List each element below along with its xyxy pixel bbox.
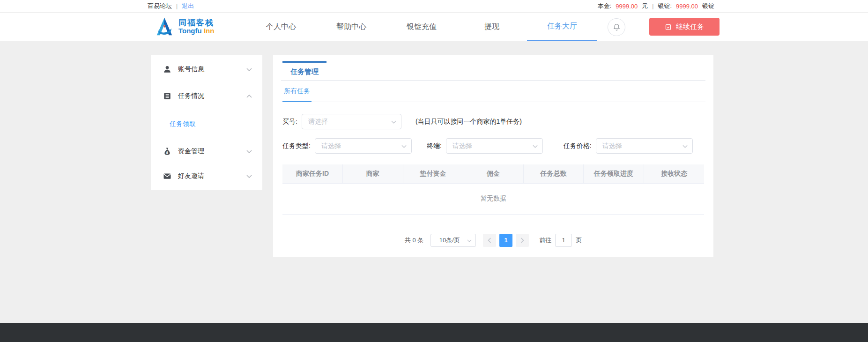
table-empty-row: 暂无数据	[282, 183, 704, 214]
sidebar-item-funds-management[interactable]: $ 资金管理	[151, 139, 262, 164]
terminal-placeholder: 请选择	[453, 142, 472, 150]
logo-en: Tongfu Inn	[178, 27, 214, 35]
chevron-left-icon	[488, 238, 491, 243]
clipboard-check-icon	[665, 23, 672, 30]
pagination: 共 0 条 10条/页 1 前往 页	[273, 234, 713, 247]
mail-icon	[163, 172, 171, 180]
chevron-down-icon	[683, 145, 688, 148]
main-content-card: 任务管理 所有任务 买号: 请选择 (当日只可以接同一个商家的1单任务) 任务类…	[273, 55, 713, 257]
task-type-select[interactable]: 请选择	[315, 138, 412, 154]
nav-item-help-center[interactable]: 帮助中心	[316, 13, 386, 41]
chevron-right-icon	[520, 238, 524, 243]
sidebar-item-label: 资金管理	[178, 147, 204, 156]
buyer-select-placeholder: 请选择	[308, 118, 328, 126]
chevron-down-icon	[467, 239, 472, 242]
chevron-down-icon	[246, 175, 252, 178]
nav-item-task-hall[interactable]: 任务大厅	[527, 13, 597, 41]
header: 同福客栈 Tongfu Inn 个人中心 帮助中心 银锭充值 提现 任务大厅 继…	[0, 13, 868, 41]
sidebar-item-label: 任务情况	[178, 92, 204, 100]
col-claim-progress: 任务领取进度	[584, 164, 644, 183]
continue-task-button[interactable]: 继续任务	[649, 18, 720, 36]
chevron-down-icon	[533, 145, 538, 148]
goto-page-input[interactable]	[555, 234, 572, 247]
col-advance-funds: 垫付资金	[403, 164, 463, 183]
col-commission: 佣金	[463, 164, 524, 183]
buyer-select[interactable]: 请选择	[302, 114, 401, 129]
list-icon	[163, 92, 171, 100]
task-price-placeholder: 请选择	[602, 142, 622, 150]
logo-mark-icon	[154, 16, 175, 37]
col-merchant: 商家	[343, 164, 403, 183]
sidebar-item-account-info[interactable]: 账号信息	[151, 56, 262, 83]
terminal-label: 终端:	[427, 142, 442, 150]
notification-button[interactable]	[608, 18, 625, 36]
chevron-down-icon	[246, 68, 252, 71]
main-nav: 个人中心 帮助中心 银锭充值 提现 任务大厅	[246, 13, 597, 41]
chevron-down-icon	[401, 145, 407, 148]
terminal-select[interactable]: 请选择	[446, 138, 543, 154]
daily-limit-note: (当日只可以接同一个商家的1单任务)	[415, 118, 522, 126]
next-page-button[interactable]	[516, 234, 529, 247]
balance-separator: |	[652, 3, 653, 9]
task-type-label: 任务类型:	[282, 142, 311, 150]
task-price-label: 任务价格:	[564, 142, 592, 150]
page-unit-label: 页	[576, 236, 582, 245]
buyer-label: 买号:	[282, 118, 297, 126]
topbar-balances: 本金: 9999.00 元 | 银锭: 9999.00 银锭	[598, 2, 714, 10]
ingot-unit: 银锭	[702, 2, 714, 10]
sidebar-subitem-task-receive[interactable]: 任务领取	[151, 109, 262, 139]
topbar-separator: |	[176, 3, 178, 9]
ingot-label: 银锭:	[658, 2, 672, 10]
continue-task-label: 继续任务	[676, 22, 704, 31]
empty-state-text: 暂无数据	[282, 183, 704, 214]
sidebar: 账号信息 任务情况 任务领取 $ 资金管理	[151, 55, 262, 190]
nav-item-withdraw[interactable]: 提现	[457, 13, 527, 41]
col-task-total: 任务总数	[523, 164, 584, 183]
pagination-total: 共 0 条	[405, 236, 423, 245]
sidebar-item-label: 账号信息	[178, 65, 204, 74]
svg-text:$: $	[166, 150, 169, 155]
logout-link[interactable]: 退出	[182, 2, 194, 10]
table-header-row: 商家任务ID 商家 垫付资金 佣金 任务总数 任务领取进度 接收状态	[282, 164, 704, 183]
task-price-select[interactable]: 请选择	[596, 138, 693, 154]
user-icon	[163, 65, 171, 74]
page-number-1[interactable]: 1	[499, 234, 512, 247]
logo-cn: 同福客栈	[178, 19, 214, 27]
filter-row-task: 任务类型: 请选择 终端: 请选择 任务价格: 请选择	[282, 138, 713, 154]
subtab-all-tasks[interactable]: 所有任务	[282, 81, 312, 102]
prev-page-button[interactable]	[483, 234, 496, 247]
page-size-value: 10条/页	[439, 236, 460, 245]
principal-label: 本金:	[598, 2, 612, 10]
tab-task-management[interactable]: 任务管理	[282, 61, 326, 81]
chevron-down-icon	[391, 120, 396, 124]
ingot-value: 9999.00	[676, 3, 698, 10]
logo-text: 同福客栈 Tongfu Inn	[178, 19, 214, 35]
subtabs: 所有任务	[281, 81, 705, 102]
sidebar-item-task-status[interactable]: 任务情况	[151, 83, 262, 109]
filter-row-buyer: 买号: 请选择 (当日只可以接同一个商家的1单任务)	[282, 114, 713, 129]
col-receive-status: 接收状态	[644, 164, 704, 183]
nav-item-ingot-recharge[interactable]: 银锭充值	[386, 13, 457, 41]
task-type-placeholder: 请选择	[321, 142, 341, 150]
topbar: 百易论坛 | 退出 本金: 9999.00 元 | 银锭: 9999.00 银锭	[0, 0, 868, 13]
money-bag-icon: $	[163, 147, 171, 156]
chevron-up-icon	[246, 95, 252, 98]
page-size-select[interactable]: 10条/页	[430, 234, 476, 247]
sidebar-item-label: 好友邀请	[178, 172, 204, 180]
sidebar-item-invite-friends[interactable]: 好友邀请	[151, 164, 262, 189]
bell-icon	[613, 23, 621, 31]
tabs-header: 任务管理	[281, 55, 705, 81]
nav-item-personal-center[interactable]: 个人中心	[246, 13, 316, 41]
tasks-table: 商家任务ID 商家 垫付资金 佣金 任务总数 任务领取进度 接收状态 暂无数据	[282, 164, 704, 215]
chevron-down-icon	[246, 150, 252, 153]
topbar-left: 百易论坛 | 退出	[148, 2, 194, 10]
principal-unit: 元	[642, 2, 648, 10]
goto-label: 前往	[539, 236, 551, 245]
principal-value: 9999.00	[616, 3, 638, 10]
col-merchant-task-id: 商家任务ID	[282, 164, 343, 183]
forum-link[interactable]: 百易论坛	[148, 2, 172, 10]
logo[interactable]: 同福客栈 Tongfu Inn	[154, 16, 214, 37]
footer	[0, 323, 868, 342]
